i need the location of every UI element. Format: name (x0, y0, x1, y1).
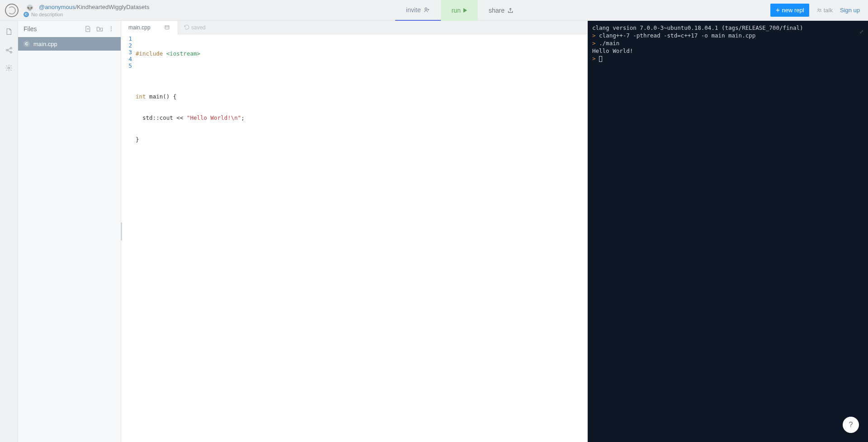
expand-icon[interactable]: ⤢ (859, 29, 863, 36)
cursor (599, 56, 602, 62)
spiral-icon (5, 4, 19, 17)
invite-label: invite (406, 6, 421, 14)
prompt-icon: > (592, 32, 599, 39)
new-repl-label: new repl (782, 7, 804, 14)
file-icon[interactable] (5, 27, 13, 36)
prompt-icon: > (592, 55, 596, 62)
share-icon (507, 7, 514, 14)
svg-point-6 (8, 67, 9, 69)
share-button[interactable]: share (478, 0, 524, 21)
prompt-icon: > (592, 40, 599, 47)
people-icon (816, 8, 822, 13)
gear-icon[interactable] (5, 64, 13, 72)
header-right: new repl talk Sign up (770, 4, 868, 17)
help-label: ? (849, 421, 853, 429)
run-label: run (452, 7, 461, 14)
tab-menu-icon[interactable] (164, 24, 170, 30)
term-line: clang version 7.0.0-3~ubuntu0.18.04.1 (t… (592, 24, 863, 32)
new-file-icon[interactable] (83, 24, 92, 33)
svg-point-2 (820, 9, 821, 10)
files-header: Files (18, 21, 121, 37)
repl-description: No description (31, 12, 63, 17)
term-line: Hello World! (592, 47, 863, 55)
files-title: Files (24, 25, 80, 33)
anonymous-icon (26, 4, 35, 11)
svg-point-7 (111, 27, 112, 28)
term-line: clang++-7 -pthread -std=c++17 -o main ma… (599, 32, 755, 39)
lang-c-icon: C (24, 41, 30, 47)
history-icon (184, 24, 189, 30)
repl-info: @anonymous/KindheartedWigglyDatasets C N… (24, 4, 149, 17)
editor-body[interactable]: 1 2 3 4 5 #include <iostream> int main()… (121, 34, 587, 442)
invite-button[interactable]: invite (395, 0, 441, 21)
svg-point-9 (111, 30, 112, 31)
more-icon[interactable] (107, 24, 115, 33)
run-button[interactable]: run (441, 0, 478, 21)
file-item-name: main.cpp (33, 41, 57, 47)
icon-rail (0, 21, 18, 442)
new-folder-icon[interactable] (95, 24, 104, 33)
tab-label: main.cpp (128, 24, 151, 31)
tab-bar: main.cpp saved (121, 21, 587, 34)
line-gutter: 1 2 3 4 5 (121, 34, 136, 442)
plus-icon (775, 8, 780, 13)
svg-point-1 (818, 9, 819, 10)
main-area: Files C main.cpp main.cpp (0, 21, 868, 442)
help-button[interactable]: ? (843, 417, 859, 433)
new-repl-button[interactable]: new repl (770, 4, 809, 17)
lang-c-icon: C (24, 12, 29, 17)
header: @anonymous/KindheartedWigglyDatasets C N… (0, 0, 868, 21)
talk-link[interactable]: talk (816, 7, 833, 14)
signup-link[interactable]: Sign up (840, 7, 860, 14)
talk-label: talk (824, 7, 833, 14)
file-item-main-cpp[interactable]: C main.cpp (18, 37, 121, 51)
code-area[interactable]: #include <iostream> int main() { std::co… (136, 34, 587, 442)
terminal[interactable]: ⤢ clang version 7.0.0-3~ubuntu0.18.04.1 … (588, 21, 868, 442)
share-nodes-icon[interactable] (5, 46, 13, 54)
add-user-icon (424, 7, 430, 13)
play-icon (463, 8, 467, 13)
file-sidebar: Files C main.cpp (18, 21, 121, 442)
logo[interactable] (0, 4, 24, 17)
repl-name[interactable]: KindheartedWigglyDatasets (77, 4, 149, 10)
editor-column: main.cpp saved 1 2 3 4 5 #include <iostr… (121, 21, 588, 442)
saved-label: saved (191, 24, 206, 31)
svg-point-8 (111, 28, 112, 29)
share-label: share (489, 7, 505, 14)
term-line: ./main (599, 40, 619, 47)
saved-indicator: saved (184, 24, 206, 31)
tab-main-cpp[interactable]: main.cpp (121, 21, 178, 34)
svg-rect-10 (165, 26, 169, 29)
header-center-buttons: invite run share (395, 0, 524, 21)
svg-point-0 (425, 8, 427, 10)
user-link[interactable]: @anonymous (39, 4, 75, 10)
